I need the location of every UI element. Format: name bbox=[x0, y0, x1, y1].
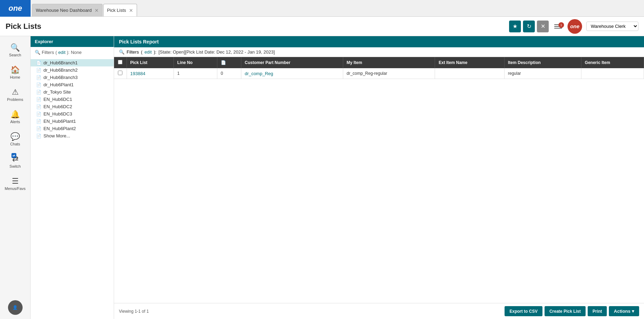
header-actions: ★ ↻ ✕ 1 one Warehouse Clerk bbox=[509, 19, 638, 34]
top-bar: one Warehouse Neo Dashboard ✕ Pick Lists… bbox=[0, 0, 644, 17]
report-filter-value: [State: Open][Pick List Date: Dec 12, 20… bbox=[159, 49, 275, 55]
table-row: 193884 1 0 dr_comp_Reg dr_comp_Reg-regul… bbox=[114, 68, 644, 79]
explorer-item-label-10: Show More... bbox=[43, 133, 70, 138]
report-filter-bar: 🔍 Filters (edit): [State: Open][Pick Lis… bbox=[114, 47, 644, 57]
doc-icon-4: 📄 bbox=[36, 90, 41, 95]
app-logo-text: one bbox=[8, 4, 22, 13]
actions-label: Actions bbox=[614, 309, 630, 314]
star-button[interactable]: ★ bbox=[509, 21, 521, 32]
cell-item-description: regular bbox=[504, 68, 581, 79]
explorer-item-en-hub6-dc3[interactable]: 📄 EN_Hub6DC3 bbox=[31, 110, 114, 118]
app-logo[interactable]: one bbox=[0, 0, 31, 17]
sidebar-item-alerts-label: Alerts bbox=[10, 120, 20, 124]
explorer-item-en-hub6-dc1[interactable]: 📄 EN_Hub6DC1 bbox=[31, 96, 114, 103]
menus-icon: ☰ bbox=[12, 177, 19, 186]
explorer-filter-edit-link[interactable]: edit bbox=[58, 50, 65, 55]
tab-pick-lists-close[interactable]: ✕ bbox=[129, 8, 133, 13]
tab-pick-lists-label: Pick Lists bbox=[107, 8, 126, 13]
explorer-item-label-0: dr_Hub6Branch1 bbox=[43, 60, 78, 65]
search-icon-report: 🔍 bbox=[119, 49, 124, 55]
sidebar-bottom: 👤 bbox=[8, 300, 23, 319]
home-icon: 🏠 bbox=[10, 65, 20, 74]
row-checkbox[interactable] bbox=[118, 71, 122, 75]
sidebar-item-search[interactable]: 🔍 Search bbox=[0, 40, 30, 60]
actions-button[interactable]: Actions ▾ bbox=[609, 306, 639, 316]
explorer-item-show-more[interactable]: 📄 Show More... bbox=[31, 132, 114, 139]
table-header-row: Pick List Line No 📄 Customer Part Number… bbox=[114, 57, 644, 68]
doc-icon-7: 📄 bbox=[36, 112, 41, 117]
explorer-item-en-hub6-plant2[interactable]: 📄 EN_Hub6Plant2 bbox=[31, 125, 114, 132]
col-header-doc: 📄 bbox=[217, 57, 241, 68]
user-avatar-text: one bbox=[570, 23, 580, 29]
explorer-item-dr-hub6-plant1[interactable]: 📄 dr_Hub6Plant1 bbox=[31, 81, 114, 88]
report-area: Pick Lists Report 🔍 Filters (edit): [Sta… bbox=[114, 36, 644, 319]
explorer-item-label-4: dr_Tokyo Site bbox=[43, 89, 71, 95]
report-table-container: Pick List Line No 📄 Customer Part Number… bbox=[114, 57, 644, 303]
warning-icon: ⚠ bbox=[12, 88, 19, 97]
doc-icon-2: 📄 bbox=[36, 75, 41, 80]
sidebar-item-chats[interactable]: 💬 Chats bbox=[0, 129, 30, 149]
bottom-avatar-icon: 👤 bbox=[13, 305, 18, 310]
search-icon-small: 🔍 bbox=[35, 50, 40, 55]
explorer-item-en-hub6-plant1[interactable]: 📄 EN_Hub6Plant1 bbox=[31, 118, 114, 125]
sidebar-item-chats-label: Chats bbox=[10, 142, 20, 146]
cell-my-item: dr_comp_Reg-regular bbox=[343, 68, 435, 79]
explorer-item-en-hub6-dc2[interactable]: 📄 EN_Hub6DC2 bbox=[31, 103, 114, 110]
explorer-panel: Explorer 🔍 Filters (edit): None 📄 dr_Hub… bbox=[31, 36, 114, 319]
doc-icon-5: 📄 bbox=[36, 97, 41, 102]
explorer-item-label-1: dr_Hub6Branch2 bbox=[43, 67, 78, 73]
user-role-select[interactable]: Warehouse Clerk bbox=[586, 22, 638, 31]
doc-icon-3: 📄 bbox=[36, 82, 41, 87]
doc-icon-9: 📄 bbox=[36, 126, 41, 131]
close-button[interactable]: ✕ bbox=[537, 21, 549, 32]
actions-arrow-icon: ▾ bbox=[632, 309, 634, 314]
tabs-area: Warehouse Neo Dashboard ✕ Pick Lists ✕ bbox=[31, 0, 644, 16]
explorer-item-dr-hub6-branch2[interactable]: 📄 dr_Hub6Branch2 bbox=[31, 66, 114, 74]
page-header: Pick Lists ★ ↻ ✕ 1 one Warehouse Clerk bbox=[0, 17, 644, 36]
page-title: Pick Lists bbox=[6, 22, 509, 31]
sidebar-item-problems-label: Problems bbox=[7, 97, 23, 102]
report-filter-label: Filters bbox=[127, 49, 139, 55]
refresh-button[interactable]: ↻ bbox=[523, 21, 535, 32]
explorer-item-label-6: EN_Hub6DC2 bbox=[43, 104, 72, 109]
sidebar: 🔍 Search 🏠 Home ⚠ Problems 🔔 Alerts 💬 Ch… bbox=[0, 36, 31, 319]
customer-part-number-link[interactable]: dr_comp_Reg bbox=[245, 71, 273, 76]
sidebar-item-home[interactable]: 🏠 Home bbox=[0, 63, 30, 82]
sidebar-item-alerts[interactable]: 🔔 Alerts bbox=[0, 107, 30, 127]
doc-icon-1: 📄 bbox=[36, 68, 41, 73]
explorer-item-label-7: EN_Hub6DC3 bbox=[43, 111, 72, 117]
bottom-avatar[interactable]: 👤 bbox=[8, 300, 23, 315]
tab-warehouse-dashboard[interactable]: Warehouse Neo Dashboard ✕ bbox=[32, 4, 103, 16]
menu-icon[interactable]: 1 bbox=[554, 24, 562, 29]
print-button[interactable]: Print bbox=[588, 306, 607, 316]
explorer-header: Explorer bbox=[31, 36, 114, 47]
report-filter-edit-link[interactable]: edit bbox=[144, 49, 152, 55]
cell-ext-item-name bbox=[435, 68, 504, 79]
sidebar-item-menus-favs-label: Menus/Favs bbox=[5, 186, 26, 191]
sidebar-item-problems[interactable]: ⚠ Problems bbox=[0, 85, 30, 104]
footer-buttons: Export to CSV Create Pick List Print Act… bbox=[505, 306, 639, 316]
export-csv-button[interactable]: Export to CSV bbox=[505, 306, 542, 316]
explorer-item-dr-hub6-branch3[interactable]: 📄 dr_Hub6Branch3 bbox=[31, 74, 114, 81]
tab-pick-lists[interactable]: Pick Lists ✕ bbox=[103, 4, 137, 16]
viewing-text: Viewing 1-1 of 1 bbox=[119, 309, 149, 314]
content: Explorer 🔍 Filters (edit): None 📄 dr_Hub… bbox=[31, 36, 644, 319]
pick-list-link[interactable]: 193884 bbox=[130, 71, 145, 76]
explorer-item-label-9: EN_Hub6Plant2 bbox=[43, 126, 76, 131]
tab-warehouse-dashboard-close[interactable]: ✕ bbox=[95, 8, 99, 13]
col-header-customer-part-number: Customer Part Number bbox=[241, 57, 343, 68]
col-header-ext-item-name: Ext Item Name bbox=[435, 57, 504, 68]
report-header: Pick Lists Report bbox=[114, 36, 644, 47]
explorer-item-dr-tokyo-site[interactable]: 📄 dr_Tokyo Site bbox=[31, 88, 114, 96]
explorer-item-dr-hub6-branch1[interactable]: 📄 dr_Hub6Branch1 bbox=[31, 59, 114, 66]
sidebar-item-menus-favs[interactable]: ☰ Menus/Favs bbox=[0, 174, 30, 193]
select-all-checkbox[interactable] bbox=[118, 60, 122, 64]
switch-badge: ⇄ bbox=[11, 153, 16, 158]
col-header-my-item: My Item bbox=[343, 57, 435, 68]
doc-icon-0: 📄 bbox=[36, 61, 41, 65]
sidebar-item-switch[interactable]: ⇄ ⇄ Switch bbox=[0, 152, 30, 171]
row-checkbox-cell bbox=[114, 68, 127, 79]
bell-icon: 🔔 bbox=[10, 110, 20, 119]
cell-generic-item bbox=[581, 68, 644, 79]
create-pick-list-button[interactable]: Create Pick List bbox=[545, 306, 586, 316]
